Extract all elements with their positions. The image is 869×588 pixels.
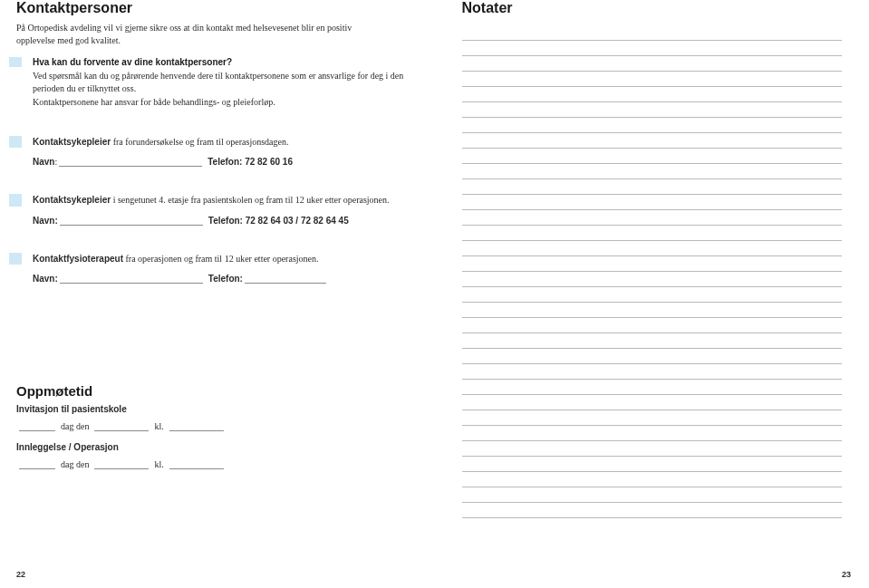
inv-kl: kl. bbox=[154, 421, 163, 431]
page-title-contacts: Kontaktpersoner bbox=[16, 0, 408, 16]
expect-heading-row: Hva kan du forvente av dine kontaktperso… bbox=[9, 57, 408, 67]
admission-heading: Innleggelse / Operasjon bbox=[16, 442, 408, 452]
contact1-name-row: Navn: Telefon: 72 82 60 16 bbox=[16, 157, 408, 167]
left-page: Kontaktpersoner På Ortopedisk avdeling v… bbox=[0, 0, 435, 588]
contact3-tel-label: Telefon: bbox=[208, 274, 243, 284]
contact3-desc: fra operasjonen og fram til 12 uker ette… bbox=[123, 254, 318, 264]
contact3-tel-field[interactable] bbox=[245, 275, 326, 284]
invitation-heading: Invitasjon til pasientskole bbox=[16, 404, 408, 414]
contact3-name-row: Navn: Telefon: bbox=[16, 274, 408, 284]
contact2-name-field[interactable] bbox=[60, 217, 203, 226]
inv-dag-den: dag den bbox=[61, 421, 89, 431]
contact1-desc: fra forundersøkelse og fram til operasjo… bbox=[111, 137, 288, 147]
inv-date-field[interactable] bbox=[94, 422, 149, 431]
contact3-row: Kontaktfysioterapeut fra operasjonen og … bbox=[9, 253, 408, 265]
notes-title: Notater bbox=[462, 0, 843, 16]
contact2-name-label: Navn: bbox=[33, 216, 58, 226]
invitation-schedule-row: dag den kl. bbox=[16, 421, 408, 431]
contact2-role: Kontaktsykepleier bbox=[33, 195, 111, 205]
spread: Kontaktpersoner På Ortopedisk avdeling v… bbox=[0, 0, 869, 588]
adm-day-field[interactable] bbox=[19, 460, 55, 469]
contact-block-3: Kontaktfysioterapeut fra operasjonen og … bbox=[16, 253, 408, 284]
page-number-left: 22 bbox=[16, 570, 25, 579]
inv-time-field[interactable] bbox=[169, 422, 224, 431]
contact1-line: Kontaktsykepleier fra forundersøkelse og… bbox=[33, 137, 288, 147]
contact1-name-label: Navn bbox=[33, 157, 54, 167]
contact1-role: Kontaktsykepleier bbox=[33, 137, 111, 147]
adm-date-field[interactable] bbox=[94, 460, 149, 469]
contact3-line: Kontaktfysioterapeut fra operasjonen og … bbox=[33, 254, 319, 264]
contact2-desc: i sengetunet 4. etasje fra pasientskolen… bbox=[111, 195, 389, 205]
adm-kl: kl. bbox=[154, 459, 163, 469]
right-page: Notater 23 bbox=[435, 0, 870, 588]
expect-heading: Hva kan du forvente av dine kontaktperso… bbox=[33, 57, 408, 67]
intro-paragraph: På Ortopedisk avdeling vil vi gjerne sik… bbox=[16, 22, 379, 46]
contact3-name-field[interactable] bbox=[60, 275, 203, 284]
notes-lines[interactable] bbox=[462, 25, 843, 518]
page-number-right: 23 bbox=[842, 570, 851, 579]
contact3-name-label: Navn: bbox=[33, 274, 58, 284]
adm-time-field[interactable] bbox=[169, 460, 224, 469]
contact2-name-row: Navn: Telefon: 72 82 64 03 / 72 82 64 45 bbox=[16, 216, 408, 226]
attendance-title: Oppmøtetid bbox=[16, 383, 408, 399]
contact1-tel: Telefon: 72 82 60 16 bbox=[208, 157, 293, 167]
expect-p1: Ved spørsmål kan du og pårørende henvend… bbox=[33, 70, 408, 94]
contact-block-2: Kontaktsykepleier i sengetunet 4. etasje… bbox=[16, 194, 408, 226]
contact2-tel: Telefon: 72 82 64 03 / 72 82 64 45 bbox=[208, 216, 349, 226]
adm-dag-den: dag den bbox=[61, 459, 89, 469]
contact2-row: Kontaktsykepleier i sengetunet 4. etasje… bbox=[9, 194, 408, 207]
inv-day-field[interactable] bbox=[19, 422, 55, 431]
contact1-name-field[interactable] bbox=[59, 158, 202, 167]
expect-p2: Kontaktpersonene har ansvar for både beh… bbox=[33, 96, 408, 109]
contact2-line: Kontaktsykepleier i sengetunet 4. etasje… bbox=[33, 195, 390, 205]
contact-block-1: Kontaktsykepleier fra forundersøkelse og… bbox=[16, 136, 408, 168]
admission-schedule-row: dag den kl. bbox=[16, 459, 408, 469]
contact1-row: Kontaktsykepleier fra forundersøkelse og… bbox=[9, 136, 408, 149]
contact3-role: Kontaktfysioterapeut bbox=[33, 254, 123, 264]
